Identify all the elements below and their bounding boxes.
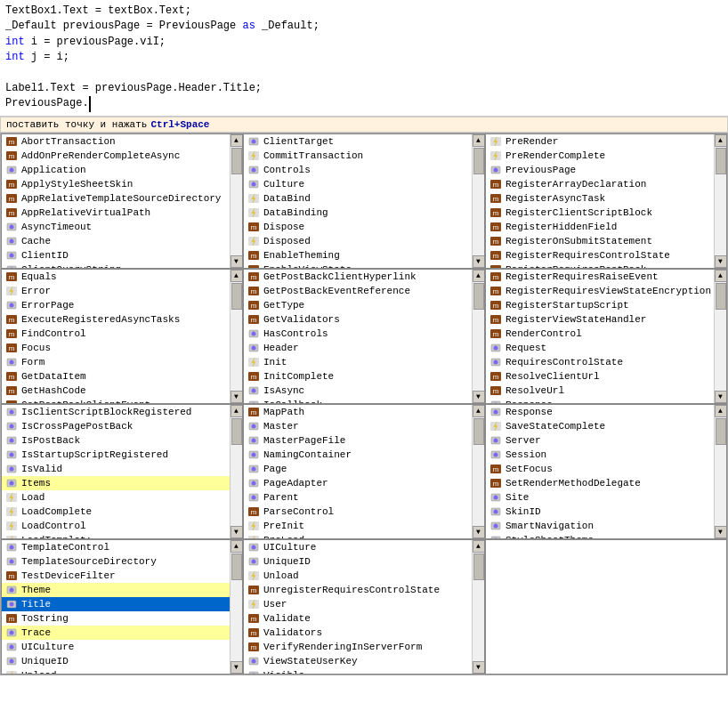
- scrollbar-4[interactable]: ▲ ▼: [230, 270, 242, 403]
- list-item[interactable]: TemplateControl: [2, 540, 242, 554]
- list-item[interactable]: Controls: [244, 163, 484, 177]
- list-item[interactable]: ErrorPage: [2, 298, 242, 312]
- list-item[interactable]: Trace: [2, 626, 242, 640]
- list-item[interactable]: m ToString: [2, 611, 242, 626]
- scroll-down-9[interactable]: ▼: [715, 526, 727, 538]
- list-item[interactable]: m ApplyStyleSheetSkin: [2, 177, 242, 191]
- list-item[interactable]: m FindControl: [2, 327, 242, 341]
- list-item[interactable]: m AppRelativeVirtualPath: [2, 206, 242, 220]
- list-item[interactable]: UniqueID: [2, 654, 242, 668]
- list-item[interactable]: IsValid: [2, 462, 242, 476]
- list-item[interactable]: m RegisterRequiresViewStateEncryption: [486, 284, 726, 298]
- list-item[interactable]: m AbortTransaction: [2, 134, 242, 149]
- list-item[interactable]: m ExecuteRegisteredAsyncTasks: [2, 312, 242, 327]
- scrollbar-2[interactable]: ▲ ▼: [472, 134, 484, 268]
- scrollbar-8[interactable]: ▲ ▼: [472, 405, 484, 538]
- list-item[interactable]: Response: [486, 398, 726, 403]
- scroll-down-4[interactable]: ▼: [231, 391, 243, 403]
- scroll-up-6[interactable]: ▲: [715, 270, 727, 282]
- list-item[interactable]: Error: [2, 284, 242, 298]
- list-item[interactable]: Cache: [2, 234, 242, 248]
- list-item[interactable]: Unload: [244, 569, 484, 583]
- list-item[interactable]: User: [244, 597, 484, 611]
- list-item[interactable]: m GetHashCode: [2, 384, 242, 398]
- list-item[interactable]: TemplateSourceDirectory: [2, 554, 242, 569]
- list-item[interactable]: Master: [244, 419, 484, 433]
- list-item[interactable]: PreviousPage: [486, 163, 726, 177]
- scroll-up-2[interactable]: ▲: [473, 134, 485, 147]
- list-item[interactable]: m RegisterOnSubmitStatement: [486, 234, 726, 248]
- list-item[interactable]: IsCallback: [244, 398, 484, 403]
- list-item[interactable]: SmartNavigation: [486, 519, 726, 533]
- list-item[interactable]: m RegisterAsyncTask: [486, 191, 726, 206]
- list-item[interactable]: m RegisterRequiresControlState: [486, 248, 726, 263]
- list-item[interactable]: MasterPageFile: [244, 433, 484, 448]
- scroll-up-4[interactable]: ▲: [231, 270, 243, 282]
- list-item[interactable]: PreLoad: [244, 533, 484, 538]
- list-item[interactable]: DataBind: [244, 191, 484, 206]
- scroll-down-5[interactable]: ▼: [473, 391, 485, 403]
- list-item[interactable]: m Validators: [244, 626, 484, 640]
- list-item[interactable]: m MapPath: [244, 405, 484, 419]
- list-item[interactable]: Init: [244, 355, 484, 369]
- scrollbar-6[interactable]: ▲ ▼: [714, 270, 726, 403]
- list-item[interactable]: PageAdapter: [244, 476, 484, 490]
- list-item[interactable]: AsyncTimeout: [2, 220, 242, 234]
- list-item[interactable]: m EnableTheming: [244, 248, 484, 263]
- scroll-up-8[interactable]: ▲: [473, 405, 485, 417]
- list-item[interactable]: m RegisterArrayDeclaration: [486, 177, 726, 191]
- list-item[interactable]: LoadTemplat:: [2, 533, 242, 538]
- list-item[interactable]: PreInit: [244, 519, 484, 533]
- scrollbar-5[interactable]: ▲ ▼: [472, 270, 484, 403]
- scroll-up-5[interactable]: ▲: [473, 270, 485, 282]
- list-item[interactable]: m AppRelativeTemplateSourceDirectory: [2, 191, 242, 206]
- list-item[interactable]: Server: [486, 433, 726, 448]
- list-item[interactable]: m GetPostBackClientEvent: [2, 398, 242, 403]
- scroll-down-2[interactable]: ▼: [473, 255, 485, 268]
- list-item[interactable]: UICulture: [2, 640, 242, 654]
- list-item[interactable]: Page: [244, 462, 484, 476]
- list-item[interactable]: Culture: [244, 177, 484, 191]
- list-item[interactable]: LoadComplete: [2, 505, 242, 519]
- list-item[interactable]: Load: [2, 490, 242, 505]
- list-item[interactable]: Request: [486, 341, 726, 355]
- list-item[interactable]: Items: [2, 476, 242, 490]
- list-item[interactable]: IsAsync: [244, 384, 484, 398]
- list-item[interactable]: IsPostBack: [2, 433, 242, 448]
- list-item[interactable]: m ResolveClientUrl: [486, 369, 726, 384]
- list-item[interactable]: DataBinding: [244, 206, 484, 220]
- list-item[interactable]: m RenderControl: [486, 327, 726, 341]
- scrollbar-9[interactable]: ▲ ▼: [714, 405, 726, 538]
- list-item[interactable]: m UnregisterRequiresControlState: [244, 583, 484, 597]
- list-item[interactable]: m TestDeviceFilter: [2, 569, 242, 583]
- list-item[interactable]: IsCrossPagePostBack: [2, 419, 242, 433]
- scroll-up-1[interactable]: ▲: [231, 134, 243, 147]
- list-item[interactable]: UniqueID: [244, 554, 484, 569]
- list-item[interactable]: NamingContainer: [244, 448, 484, 462]
- list-item[interactable]: ClientTarget: [244, 134, 484, 149]
- list-item[interactable]: Header: [244, 341, 484, 355]
- list-item[interactable]: m RegisterViewStateHandler: [486, 312, 726, 327]
- list-item[interactable]: m InitComplete: [244, 369, 484, 384]
- list-item[interactable]: SaveStateComplete: [486, 419, 726, 433]
- list-item[interactable]: Visible: [244, 668, 484, 674]
- list-item[interactable]: m Equals: [2, 270, 242, 284]
- list-item[interactable]: m Focus: [2, 341, 242, 355]
- list-item[interactable]: Theme: [2, 583, 242, 597]
- list-item[interactable]: ClientQueryString: [2, 263, 242, 268]
- list-item[interactable]: SkinID: [486, 505, 726, 519]
- list-item[interactable]: Response: [486, 405, 726, 419]
- list-item[interactable]: IsStartupScriptRegistered: [2, 448, 242, 462]
- list-item[interactable]: m ParseControl: [244, 505, 484, 519]
- scrollbar-10[interactable]: ▲ ▼: [230, 540, 242, 674]
- list-item[interactable]: m GetDataItem: [2, 369, 242, 384]
- list-item[interactable]: m ResolveUrl: [486, 384, 726, 398]
- list-item[interactable]: LoadControl: [2, 519, 242, 533]
- list-item[interactable]: Title: [2, 597, 242, 611]
- scroll-up-11[interactable]: ▲: [473, 540, 485, 553]
- list-item[interactable]: m GetValidators: [244, 312, 484, 327]
- list-item[interactable]: ClientID: [2, 248, 242, 263]
- list-item[interactable]: UICulture: [244, 540, 484, 554]
- scrollbar-11[interactable]: ▲ ▼: [472, 540, 484, 674]
- list-item[interactable]: m VerifyRenderingInServerForm: [244, 640, 484, 654]
